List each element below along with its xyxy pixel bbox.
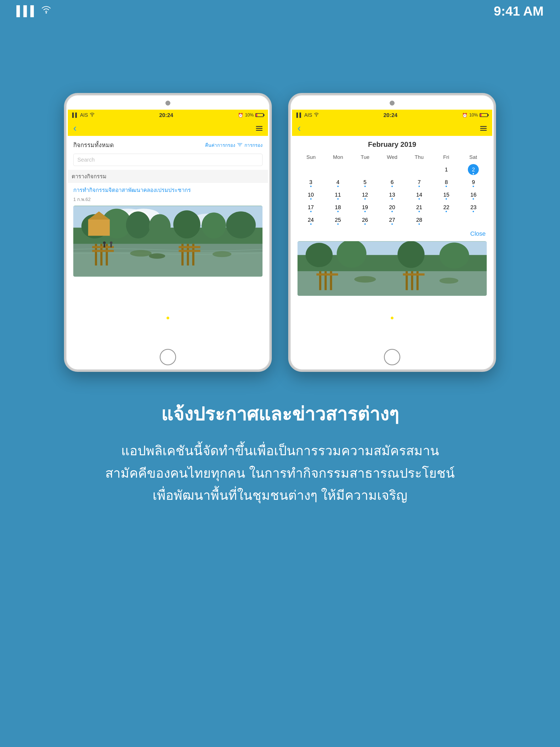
filter-icon (237, 143, 242, 148)
svg-rect-35 (104, 244, 105, 248)
svg-rect-30 (179, 250, 200, 252)
cal-day-13[interactable]: 13 (379, 189, 405, 201)
right-menu-button[interactable] (480, 126, 487, 131)
left-mini-statusbar: ▌▌ AIS 20:24 ⏰ 10% (68, 110, 268, 121)
svg-rect-53 (403, 274, 425, 276)
left-ipad: ▌▌ AIS 20:24 ⏰ 10% (64, 93, 272, 372)
svg-point-13 (149, 214, 171, 238)
right-ipad: ▌▌ AIS 20:24 ⏰ 10% (288, 93, 496, 372)
cal-day-9[interactable]: 9 (460, 176, 487, 188)
activity-title[interactable]: การทำกิจกรรมจิตอาสาพัฒนาคลองเปรมประชากร (73, 186, 262, 194)
left-battery-area: ⏰ 10% (238, 113, 263, 118)
svg-point-33 (212, 251, 231, 257)
day-mon: Mon (325, 153, 352, 161)
left-carrier: AIS (80, 112, 88, 118)
svg-point-12 (126, 211, 150, 238)
left-battery-percent: 10% (245, 113, 254, 118)
right-mini-statusbar: ▌▌ AIS 20:24 ⏰ 10% (292, 110, 492, 121)
description-line1: แอปพลิเคชันนี้จัดทำขึ้นเพื่อเป็นการรวมคว… (121, 443, 439, 458)
svg-rect-25 (92, 250, 114, 252)
calendar-content: February 2019 Sun Mon Tue Wed Thu Fri Sa… (292, 136, 492, 300)
right-activity-image (298, 241, 487, 296)
left-time: 20:24 (159, 112, 173, 119)
cal-empty-6 (433, 214, 460, 226)
cal-day-22[interactable]: 22 (433, 201, 460, 213)
description-line3: เพื่อพัฒนาพื้นที่ในชุมชนต่างๆ ให้มีความเ… (153, 488, 407, 503)
left-battery-icon (255, 113, 263, 117)
calendar-close-btn[interactable]: Close (298, 230, 487, 237)
search-input[interactable]: Search (73, 154, 262, 166)
right-ipad-screen: ▌▌ AIS 20:24 ⏰ 10% (292, 110, 492, 345)
cal-day-26[interactable]: 26 (352, 214, 378, 226)
cal-day-25[interactable]: 25 (325, 214, 351, 226)
day-sun: Sun (298, 153, 325, 161)
wifi-icon (41, 6, 51, 16)
cal-day-17[interactable]: 17 (298, 201, 324, 213)
right-app-nav: ‹ (292, 121, 492, 136)
right-alarm-icon: ⏰ (462, 113, 467, 118)
search-placeholder: Search (77, 157, 95, 163)
status-time: 9:41 AM (494, 4, 543, 19)
cal-day-3[interactable]: 3 (298, 176, 324, 188)
cal-day-2[interactable]: 2 (460, 163, 487, 176)
left-menu-button[interactable] (256, 126, 262, 131)
right-battery-percent: 10% (469, 113, 478, 118)
clear-filter-btn[interactable]: คืนค่าการกรอง (205, 141, 235, 149)
svg-point-1 (92, 115, 93, 117)
svg-point-41 (306, 243, 333, 267)
left-activities-content: กิจกรรมทั้งหมด คืนค่าการกรอง การกรอง (68, 136, 268, 281)
cal-day-27[interactable]: 27 (379, 214, 405, 226)
right-battery-icon (480, 113, 488, 117)
right-page-indicator (391, 317, 393, 319)
cal-empty-7 (460, 214, 487, 226)
calendar-month-title: February 2019 (298, 140, 487, 149)
text-section: แจ้งประกาศและข่าวสารต่างๆ แอปพลิเคชันนี้… (51, 399, 509, 507)
filter-btn[interactable]: การกรอง (245, 141, 262, 149)
main-description: แอปพลิเคชันนี้จัดทำขึ้นเพื่อเป็นการรวมคว… (105, 440, 455, 507)
main-heading: แจ้งประกาศและข่าวสารต่างๆ (105, 399, 455, 429)
left-ipad-home[interactable] (160, 349, 176, 365)
status-bar: ▌▌▌ 9:41 AM (0, 0, 560, 22)
cal-day-20[interactable]: 20 (379, 201, 405, 213)
right-battery-area: ⏰ 10% (462, 113, 488, 118)
cal-day-16[interactable]: 16 (460, 189, 487, 201)
cal-day-14[interactable]: 14 (406, 189, 433, 201)
day-fri: Fri (433, 153, 460, 161)
cal-day-4[interactable]: 4 (325, 176, 351, 188)
activity-date: 1 ก.พ.62 (73, 196, 262, 203)
cal-day-1[interactable]: 1 (433, 163, 460, 176)
svg-point-15 (202, 212, 226, 238)
right-ipad-home[interactable] (384, 349, 400, 365)
cal-day-12[interactable]: 12 (352, 189, 378, 201)
day-tue: Tue (352, 153, 379, 161)
ipad-camera-right (390, 101, 394, 106)
cal-day-23[interactable]: 23 (460, 201, 487, 213)
cal-empty-2 (325, 163, 351, 176)
svg-point-14 (173, 210, 200, 238)
filter-actions: คืนค่าการกรอง การกรอง (205, 141, 262, 149)
cal-day-7[interactable]: 7 (406, 176, 433, 188)
cal-day-5[interactable]: 5 (352, 176, 378, 188)
cal-day-19[interactable]: 19 (352, 201, 378, 213)
right-back-button[interactable]: ‹ (298, 123, 301, 134)
left-alarm-icon: ⏰ (238, 113, 244, 118)
cal-day-8[interactable]: 8 (433, 176, 460, 188)
cal-day-15[interactable]: 15 (433, 189, 460, 201)
svg-point-55 (439, 278, 458, 284)
left-back-button[interactable]: ‹ (73, 123, 77, 134)
left-carrier-info: ▌▌ AIS (72, 112, 95, 118)
svg-rect-29 (179, 246, 200, 248)
svg-rect-49 (316, 274, 338, 276)
day-sat: Sat (460, 153, 487, 161)
svg-point-43 (398, 241, 425, 268)
cal-day-21[interactable]: 21 (406, 201, 433, 213)
svg-point-34 (103, 241, 106, 244)
cal-day-10[interactable]: 10 (298, 189, 324, 201)
cal-day-18[interactable]: 18 (325, 201, 351, 213)
cal-day-11[interactable]: 11 (325, 189, 351, 201)
right-carrier-info: ▌▌ AIS (297, 112, 319, 118)
cal-day-24[interactable]: 24 (298, 214, 324, 226)
svg-point-0 (45, 12, 47, 14)
cal-day-28[interactable]: 28 (406, 214, 433, 226)
cal-day-6[interactable]: 6 (379, 176, 405, 188)
